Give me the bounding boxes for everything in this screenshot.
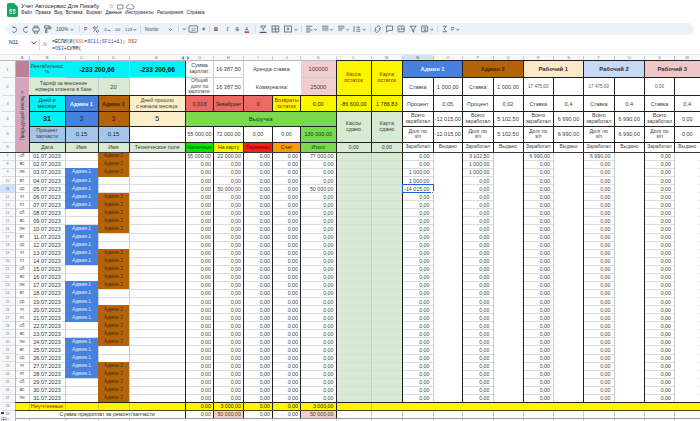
svg-text:A: A bbox=[245, 25, 249, 31]
svg-text:123: 123 bbox=[125, 27, 133, 32]
svg-text:Р: Р bbox=[451, 26, 455, 32]
svg-text:S: S bbox=[236, 26, 240, 32]
svg-text:Р: Р bbox=[84, 26, 88, 32]
svg-text:.00: .00 bbox=[114, 27, 121, 32]
svg-text:100%: 100% bbox=[56, 27, 69, 32]
svg-text:B: B bbox=[214, 26, 218, 32]
svg-text:12: 12 bbox=[191, 27, 196, 32]
svg-text:I: I bbox=[226, 26, 230, 32]
svg-text:.0: .0 bbox=[103, 27, 107, 32]
svg-text:Nunito: Nunito bbox=[145, 27, 159, 32]
